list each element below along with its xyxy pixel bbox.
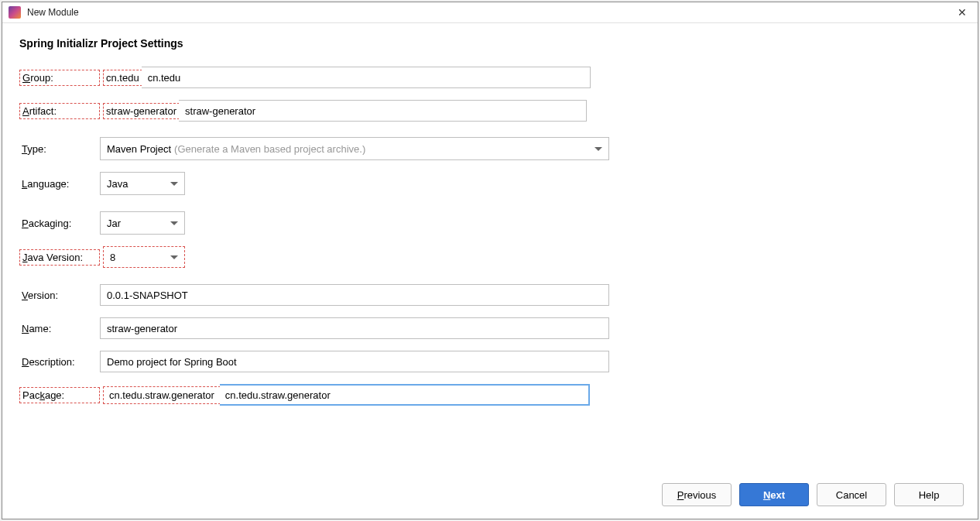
java-version-highlight: 8 (103, 246, 185, 268)
chevron-down-icon (170, 221, 178, 225)
artifact-input[interactable] (179, 100, 587, 122)
chevron-down-icon (170, 255, 178, 259)
label-description: Description: (19, 356, 100, 368)
help-button[interactable]: Help (894, 483, 964, 506)
type-select[interactable]: Maven Project (Generate a Maven based pr… (100, 137, 609, 160)
package-value-highlight: cn.tedu.straw.generator (103, 386, 221, 404)
package-input[interactable] (220, 384, 590, 406)
label-packaging: Packaging: (19, 218, 100, 229)
packaging-select[interactable]: Jar (100, 211, 185, 235)
label-name: Name: (19, 323, 100, 334)
java-version-select[interactable]: 8 (104, 247, 184, 267)
row-name: Name: (19, 317, 961, 339)
artifact-value-highlight: straw-generator (103, 103, 180, 119)
row-artifact: Artifact: straw-generator (19, 100, 961, 122)
version-input[interactable] (100, 284, 609, 306)
group-value-highlight: cn.tedu (103, 70, 142, 86)
label-group: Group: (19, 70, 100, 86)
titlebar: New Module ✕ (2, 2, 978, 23)
new-module-dialog: New Module ✕ Spring Initializr Project S… (2, 2, 978, 519)
label-type: Type: (19, 143, 100, 155)
page-title: Spring Initializr Project Settings (19, 37, 961, 50)
row-group: Group: cn.tedu (19, 67, 961, 88)
description-input[interactable] (100, 351, 609, 372)
label-version: Version: (19, 290, 100, 301)
name-input[interactable] (100, 317, 609, 339)
cancel-button[interactable]: Cancel (817, 483, 886, 506)
next-button[interactable]: Next (739, 483, 809, 506)
language-select[interactable]: Java (100, 172, 185, 195)
label-artifact: Artifact: (19, 103, 100, 119)
window-title: New Module (27, 7, 953, 18)
dialog-footer: Previous Next Cancel Help (2, 475, 978, 519)
row-language: Language: Java (19, 172, 961, 195)
dialog-content: Spring Initializr Project Settings Group… (2, 23, 978, 475)
row-package: Package: cn.tedu.straw.generator (19, 384, 961, 406)
previous-button[interactable]: Previous (662, 483, 732, 506)
row-description: Description: (19, 351, 961, 372)
row-version: Version: (19, 284, 961, 306)
label-language: Language: (19, 178, 100, 190)
chevron-down-icon (170, 182, 178, 186)
row-type: Type: Maven Project (Generate a Maven ba… (19, 137, 961, 160)
row-packaging: Packaging: Jar (19, 211, 961, 235)
group-input[interactable] (142, 67, 591, 88)
label-package: Package: (19, 387, 100, 403)
label-java-version: Java Version: (19, 249, 100, 266)
intellij-icon (9, 6, 21, 19)
row-java-version: Java Version: 8 (19, 246, 961, 268)
chevron-down-icon (595, 147, 602, 151)
close-icon[interactable]: ✕ (953, 6, 971, 19)
